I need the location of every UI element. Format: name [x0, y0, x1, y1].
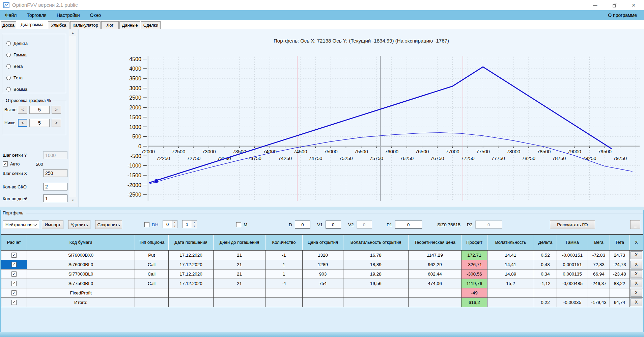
- scroll-down-icon[interactable]: ▼: [69, 197, 77, 203]
- above-increase-button[interactable]: >: [52, 106, 61, 114]
- menu-trading[interactable]: Торговля: [22, 10, 51, 20]
- grid-step-y-label: Шаг сетки Y: [3, 153, 27, 158]
- strategy-select[interactable]: Нейтральная: [3, 220, 39, 229]
- cell-theor-price: [409, 288, 461, 297]
- dh-spinner-2[interactable]: 1 ▲▼: [182, 220, 197, 228]
- tab-calculator[interactable]: Калькулятор: [70, 21, 101, 29]
- radio-vega[interactable]: Вега: [6, 60, 66, 72]
- v1-field: V1: [317, 220, 341, 229]
- radio-theta[interactable]: Тета: [6, 72, 66, 83]
- above-decrease-button[interactable]: <: [18, 106, 27, 114]
- calc-margin-button[interactable]: Рассчитать ГО: [550, 220, 595, 229]
- cell-days: 21: [214, 269, 265, 279]
- tab-data[interactable]: Данные: [119, 21, 140, 29]
- remove-row-button[interactable]: X: [631, 270, 642, 278]
- dh-label: DH: [152, 222, 159, 227]
- cell-calc: ✓: [1, 279, 27, 288]
- cell-open-price: 903: [303, 269, 343, 279]
- auto-checkbox[interactable]: ✓: [3, 161, 8, 166]
- x-tick-label: 75750: [370, 156, 383, 161]
- window-left-edge: [0, 210, 1, 337]
- spin-down-icon[interactable]: ▼: [172, 224, 177, 228]
- dh-checkbox[interactable]: [144, 222, 149, 227]
- strategy-value: Нейтральная: [5, 222, 32, 227]
- remove-row-button[interactable]: X: [631, 289, 642, 297]
- tab-smile[interactable]: Улыбка: [48, 21, 69, 29]
- delete-button[interactable]: Удалить: [68, 220, 90, 229]
- cell-type: Put: [135, 250, 169, 260]
- menu-file[interactable]: Файл: [0, 10, 22, 20]
- row-checkbox[interactable]: ✓: [11, 281, 17, 286]
- menu-window[interactable]: Окно: [85, 10, 106, 20]
- radio-vomma[interactable]: Вомма: [6, 83, 66, 95]
- cell-delta: [534, 288, 557, 297]
- radio-delta[interactable]: Дельта: [6, 37, 66, 49]
- x-tick-label: 74750: [309, 156, 322, 161]
- save-button[interactable]: Сохранить: [95, 220, 122, 229]
- tab-trades[interactable]: Сделки: [141, 21, 161, 29]
- dh-spinner-1[interactable]: 0 ▲▼: [163, 220, 177, 228]
- remove-row-button[interactable]: X: [631, 261, 642, 268]
- minimize-panel-button[interactable]: _: [630, 220, 640, 229]
- column-header: Дата погашения: [169, 235, 214, 250]
- cell-vega: -246,37: [588, 279, 610, 288]
- import-button[interactable]: Импорт: [42, 220, 63, 229]
- below-increase-button[interactable]: >: [52, 119, 61, 127]
- row-checkbox[interactable]: ✓: [11, 262, 17, 267]
- cell-open-vol: 16,78: [343, 250, 409, 260]
- table-row: ✓Si77000BL0Call17.12.202021190319,28602,…: [1, 269, 643, 279]
- y-tick-label: 1000: [129, 124, 141, 130]
- cell-qty: [265, 288, 303, 297]
- sko-count-input[interactable]: [43, 183, 67, 190]
- m-checkbox[interactable]: [236, 222, 241, 227]
- remove-row-button[interactable]: X: [631, 251, 642, 259]
- minimize-button[interactable]: —: [587, 0, 603, 10]
- scroll-up-icon[interactable]: ▲: [69, 30, 77, 36]
- cursor-marker: [155, 179, 158, 182]
- tab-diagram[interactable]: Диаграмма: [17, 20, 47, 29]
- tab-log[interactable]: Лог: [101, 21, 119, 29]
- cell-expiry: 17.12.2020: [169, 269, 214, 279]
- close-button[interactable]: ×: [626, 0, 641, 10]
- spin-up-icon[interactable]: ▲: [172, 221, 177, 224]
- grid-step-x-input[interactable]: [43, 169, 67, 177]
- row-checkbox[interactable]: ✓: [11, 300, 17, 305]
- x-tick-label: 76750: [430, 156, 444, 161]
- p2-field-input[interactable]: [475, 221, 502, 229]
- v2-field-input[interactable]: [357, 221, 372, 229]
- tab-board[interactable]: Доска: [1, 21, 16, 29]
- cell-type: Call: [135, 260, 169, 269]
- spin-down-icon[interactable]: ▼: [192, 224, 197, 228]
- x-tick-label: 79000: [567, 149, 581, 154]
- row-checkbox[interactable]: ✓: [11, 271, 17, 277]
- below-value[interactable]: 5: [29, 119, 50, 127]
- portfolio-chart[interactable]: -2500-2000-1500-1000-5000500100015002000…: [79, 29, 644, 207]
- radio-gamma[interactable]: Гамма: [6, 49, 66, 60]
- grid-step-y-input[interactable]: [43, 151, 67, 159]
- panel-splitter[interactable]: [0, 207, 644, 210]
- sidebar-scrollbar[interactable]: ▲ ▼: [69, 30, 76, 203]
- remove-row-button[interactable]: X: [631, 280, 642, 287]
- restore-button[interactable]: [607, 0, 622, 10]
- chevron-down-icon: [34, 223, 37, 226]
- auto-grid-value: 500: [36, 162, 43, 167]
- cell-days: 21: [214, 279, 265, 288]
- days-count-label: Кол-во дней: [3, 196, 27, 201]
- cell-theor-price: 602,44: [409, 269, 461, 279]
- p1-field-input[interactable]: [395, 221, 422, 229]
- days-count-input[interactable]: [43, 195, 67, 202]
- d-field-label: D: [289, 222, 292, 227]
- above-value[interactable]: 5: [29, 106, 50, 114]
- d-field-input[interactable]: [295, 221, 310, 229]
- row-checkbox[interactable]: ✓: [11, 253, 17, 258]
- menu-settings[interactable]: Настройки: [52, 10, 85, 20]
- row-checkbox[interactable]: ✓: [11, 290, 17, 295]
- window-bottom-edge: [0, 332, 644, 337]
- below-decrease-button[interactable]: <: [18, 119, 27, 127]
- radio-circle-icon: [6, 41, 11, 46]
- v2-field: V2: [348, 220, 372, 229]
- spin-up-icon[interactable]: ▲: [192, 221, 197, 224]
- v1-field-input[interactable]: [326, 221, 341, 229]
- remove-row-button[interactable]: X: [631, 299, 642, 306]
- menu-about[interactable]: О программе: [603, 10, 642, 20]
